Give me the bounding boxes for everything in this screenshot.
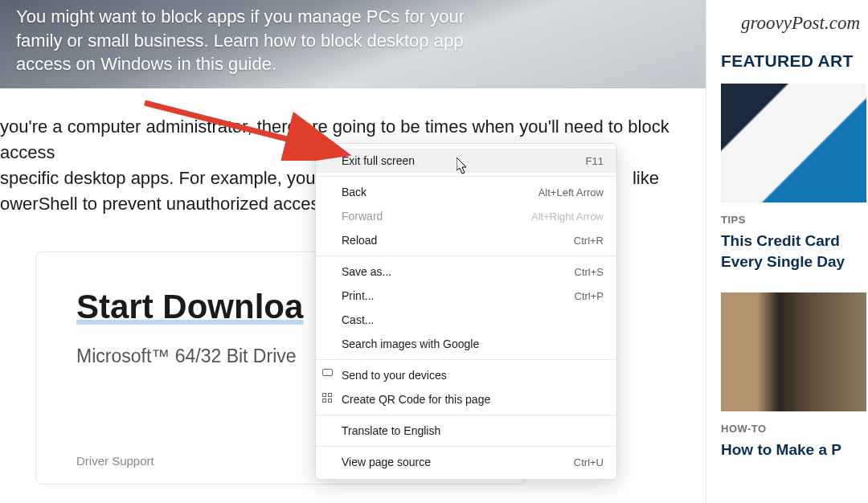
menu-item-cast[interactable]: Cast... bbox=[316, 308, 616, 332]
menu-separator bbox=[316, 446, 616, 447]
article-text-3: owerShell to prevent unauthorized access bbox=[0, 194, 328, 214]
menu-shortcut: F11 bbox=[586, 155, 604, 167]
svg-line-1 bbox=[145, 103, 341, 153]
menu-label: Translate to English bbox=[342, 424, 604, 437]
menu-shortcut: Ctrl+P bbox=[575, 290, 604, 302]
menu-separator bbox=[316, 359, 616, 360]
article-text-2: specific desktop apps. For example, you bbox=[0, 166, 316, 191]
featured-card-2-category: HOW-TO bbox=[721, 423, 866, 435]
hero-text: You might want to block apps if you mana… bbox=[16, 5, 498, 76]
menu-shortcut: Ctrl+R bbox=[574, 235, 604, 247]
menu-shortcut: Alt+Right Arrow bbox=[531, 211, 604, 223]
menu-label: Send to your devices bbox=[342, 369, 604, 382]
menu-shortcut: Ctrl+U bbox=[574, 456, 604, 468]
featured-heading: FEATURED ART bbox=[706, 42, 866, 80]
menu-item-send-to-your-devices[interactable]: Send to your devices bbox=[316, 363, 616, 387]
menu-label: View page source bbox=[342, 456, 574, 468]
menu-item-create-qr-code-for-this-page[interactable]: Create QR Code for this page bbox=[316, 387, 616, 411]
qr-icon bbox=[322, 393, 335, 406]
menu-label: Print... bbox=[342, 289, 575, 302]
cursor-icon bbox=[457, 157, 469, 175]
menu-separator bbox=[316, 256, 616, 256]
menu-item-save-as[interactable]: Save as...Ctrl+S bbox=[316, 260, 616, 284]
featured-card-2-image bbox=[721, 292, 866, 411]
featured-card-1-image bbox=[721, 84, 866, 202]
hero-banner: You might want to block apps if you mana… bbox=[0, 0, 706, 88]
featured-card-1-title: This Credit Card Every Single Day bbox=[721, 231, 866, 272]
menu-item-view-page-source[interactable]: View page sourceCtrl+U bbox=[316, 450, 616, 474]
featured-card-1[interactable]: TIPS This Credit Card Every Single Day bbox=[721, 84, 866, 280]
menu-separator bbox=[316, 415, 616, 415]
menu-label: Cast... bbox=[342, 313, 604, 326]
article-text-2b: like bbox=[633, 166, 659, 191]
menu-shortcut: Ctrl+S bbox=[575, 266, 604, 278]
menu-item-reload[interactable]: ReloadCtrl+R bbox=[316, 228, 616, 252]
featured-card-1-category: TIPS bbox=[721, 214, 866, 226]
menu-separator bbox=[316, 176, 616, 177]
featured-card-2[interactable]: HOW-TO How to Make a P bbox=[721, 292, 866, 468]
menu-item-back[interactable]: BackAlt+Left Arrow bbox=[316, 180, 616, 204]
featured-card-2-title: How to Make a P bbox=[721, 440, 866, 460]
site-logo[interactable]: groovyPost.com bbox=[706, 8, 866, 42]
menu-label: Back bbox=[342, 186, 538, 198]
menu-label: Create QR Code for this page bbox=[342, 393, 604, 406]
menu-label: Save as... bbox=[342, 265, 575, 278]
context-menu: Exit full screenF11BackAlt+Left ArrowFor… bbox=[315, 143, 617, 480]
menu-shortcut: Alt+Left Arrow bbox=[538, 186, 604, 198]
menu-item-search-images-with-google[interactable]: Search images with Google bbox=[316, 332, 616, 356]
menu-label: Reload bbox=[342, 234, 574, 247]
sidebar: groovyPost.com FEATURED ART TIPS This Cr… bbox=[706, 0, 866, 503]
menu-item-forward: ForwardAlt+Right Arrow bbox=[316, 204, 616, 228]
menu-item-translate-to-english[interactable]: Translate to English bbox=[316, 419, 616, 443]
menu-label: Forward bbox=[342, 210, 531, 223]
devices-icon bbox=[322, 369, 333, 376]
annotation-arrow bbox=[138, 96, 363, 161]
menu-item-print[interactable]: Print...Ctrl+P bbox=[316, 284, 616, 308]
menu-label: Search images with Google bbox=[342, 337, 604, 350]
